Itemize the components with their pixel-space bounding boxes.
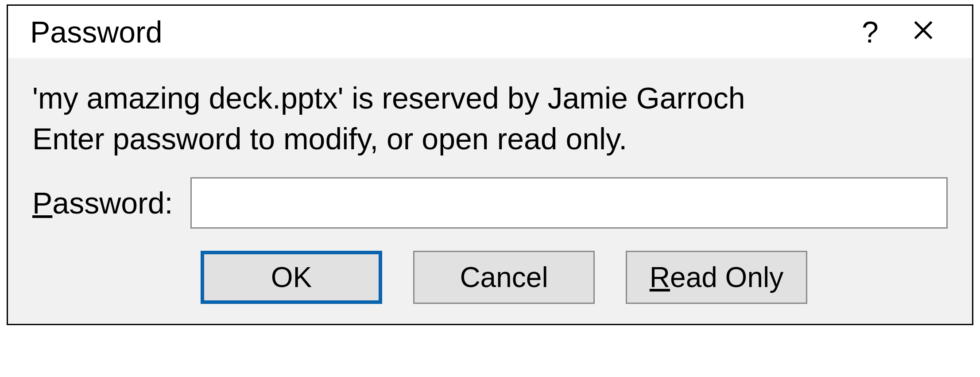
password-input[interactable] [190,177,948,229]
password-label-accesskey: P [32,186,52,220]
message-line-1: 'my amazing deck.pptx' is reserved by Ja… [32,78,948,119]
message-line-2: Enter password to modify, or open read o… [32,119,948,159]
read-only-rest: ead Only [670,261,783,293]
read-only-button[interactable]: Read Only [626,251,807,304]
titlebar: Password ? [8,6,972,58]
password-dialog: Password ? 'my amazing deck.pptx' is res… [7,4,973,325]
password-label-rest: assword: [52,186,173,220]
reserved-message: 'my amazing deck.pptx' is reserved by Ja… [32,78,948,159]
button-row: OK Cancel Read Only [176,233,972,324]
password-field-row: Password: [32,177,948,229]
help-icon[interactable]: ? [844,15,897,49]
dialog-title: Password [30,15,844,49]
read-only-accesskey: R [650,261,670,293]
dialog-body: 'my amazing deck.pptx' is reserved by Ja… [8,58,972,233]
password-label: Password: [32,186,173,220]
close-icon[interactable] [897,15,950,49]
cancel-button[interactable]: Cancel [413,251,595,304]
ok-button[interactable]: OK [201,251,382,304]
